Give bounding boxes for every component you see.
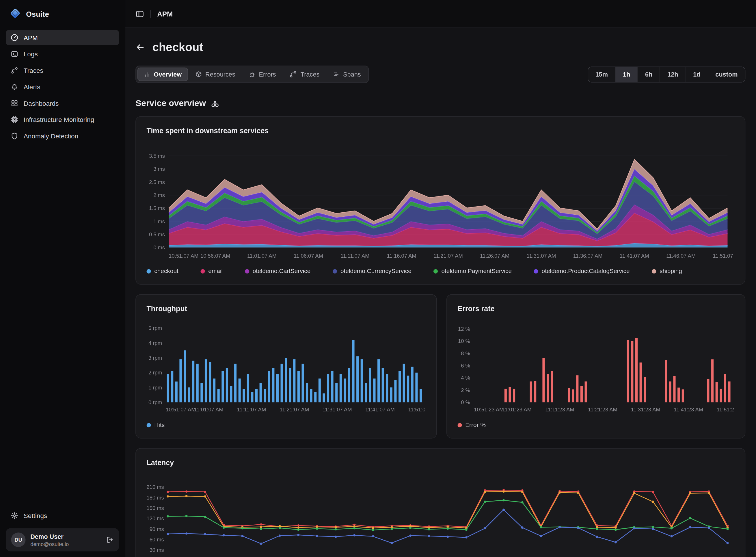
chart-throughput-svg: 0 rpm1 rpm2 rpm3 rpm4 rpm5 rpm10:51:07 A… — [147, 319, 426, 415]
downstream-legend: checkoutemailoteldemo.CartServiceoteldem… — [147, 268, 734, 274]
legend-label: oteldemo.CartService — [253, 268, 311, 274]
svg-text:11:51:07 AM: 11:51:07 AM — [408, 407, 426, 413]
downstream-title: Time spent in downstream services — [147, 126, 734, 134]
svg-text:150 ms: 150 ms — [147, 505, 164, 511]
sidebar-item-settings[interactable]: Settings — [6, 508, 119, 523]
topbar: APM — [125, 0, 756, 28]
svg-text:3 rpm: 3 rpm — [148, 355, 162, 361]
time-range-15m[interactable]: 15m — [588, 67, 615, 82]
svg-text:11:41:07 AM: 11:41:07 AM — [365, 407, 395, 413]
sidebar-item-logs[interactable]: Logs — [6, 46, 119, 62]
time-range-custom[interactable]: custom — [708, 67, 745, 82]
breadcrumb: APM — [157, 10, 173, 18]
time-range-6h[interactable]: 6h — [637, 67, 660, 82]
throughput-chart[interactable]: 0 rpm1 rpm2 rpm3 rpm4 rpm5 rpm10:51:07 A… — [147, 319, 426, 415]
legend-dot — [147, 269, 151, 273]
svg-text:4 %: 4 % — [461, 375, 470, 381]
svg-text:11:11:23 AM: 11:11:23 AM — [545, 407, 574, 413]
svg-text:11:01:07 AM: 11:01:07 AM — [194, 407, 223, 413]
tab-overview[interactable]: Overview — [138, 68, 188, 81]
time-range-1d[interactable]: 1d — [686, 67, 708, 82]
legend-item-oteldemo-currencyservice[interactable]: oteldemo.CurrencyService — [333, 268, 412, 274]
svg-text:2 ms: 2 ms — [153, 192, 165, 198]
legend-dot — [201, 269, 205, 273]
svg-text:0 rpm: 0 rpm — [148, 399, 162, 405]
sidebar-item-label: Alerts — [24, 83, 40, 90]
downstream-chart[interactable]: 0 ms0.5 ms1 ms1.5 ms2 ms2.5 ms3 ms3.5 ms… — [147, 141, 734, 261]
resources-icon — [195, 71, 202, 78]
logs-icon — [11, 50, 19, 58]
sidebar-item-alerts[interactable]: Alerts — [6, 79, 119, 94]
tab-errors[interactable]: Errors — [243, 68, 282, 81]
tab-label: Spans — [343, 71, 361, 78]
legend-dot — [434, 269, 438, 273]
legend-label: email — [208, 268, 223, 274]
svg-text:5 rpm: 5 rpm — [148, 325, 162, 331]
svg-text:2 rpm: 2 rpm — [148, 370, 162, 376]
sidebar-bottom: Settings DU Demo User demo@osuite.io — [0, 508, 125, 557]
legend-item-oteldemo-productcatalogservice[interactable]: oteldemo.ProductCatalogService — [534, 268, 630, 274]
avatar: DU — [11, 532, 25, 547]
tab-resources[interactable]: Resources — [189, 68, 241, 81]
bell-icon — [11, 83, 19, 91]
time-range-1h[interactable]: 1h — [615, 67, 637, 82]
latency-chart[interactable]: 30 ms60 ms90 ms120 ms150 ms180 ms210 ms — [147, 473, 734, 557]
panel-toggle-icon[interactable] — [135, 9, 144, 18]
shield-icon — [11, 132, 19, 140]
errors-chart[interactable]: 0 %2 %4 %6 %8 %10 %12 %10:51:23 AM11:01:… — [457, 319, 734, 415]
brand[interactable]: Osuite — [0, 0, 125, 28]
svg-text:10:56:07 AM: 10:56:07 AM — [201, 253, 230, 259]
svg-text:10:51:07 AM: 10:51:07 AM — [169, 253, 199, 259]
logout-icon[interactable] — [106, 536, 114, 544]
legend-dot — [245, 269, 249, 273]
legend-item-checkout[interactable]: checkout — [147, 268, 178, 274]
legend-item-error[interactable]: Error % — [457, 421, 485, 428]
svg-text:2.5 ms: 2.5 ms — [149, 179, 165, 185]
user-name: Demo User — [30, 533, 101, 540]
svg-text:11:01:07 AM: 11:01:07 AM — [247, 253, 277, 259]
tab-label: Resources — [205, 71, 235, 78]
chart-latency-svg: 30 ms60 ms90 ms120 ms150 ms180 ms210 ms — [147, 473, 734, 557]
time-range-12h[interactable]: 12h — [660, 67, 685, 82]
sidebar-item-traces[interactable]: Traces — [6, 63, 119, 78]
section-title: Service overview — [135, 98, 206, 109]
svg-text:11:41:23 AM: 11:41:23 AM — [674, 407, 703, 413]
svg-text:11:51:07 AM: 11:51:07 AM — [713, 253, 734, 259]
gear-icon — [11, 511, 19, 520]
svg-text:4 rpm: 4 rpm — [148, 340, 162, 346]
sidebar-item-label: Infrastructure Monitoring — [24, 116, 94, 123]
user-card[interactable]: DU Demo User demo@osuite.io — [6, 528, 119, 551]
sidebar-item-apm[interactable]: APM — [6, 30, 119, 46]
content: checkout OverviewResourcesErrorsTracesSp… — [125, 28, 756, 557]
section-head: Service overview — [135, 98, 745, 109]
sidebar-item-label: Dashboards — [24, 100, 59, 107]
sidebar-item-anomaly-detection[interactable]: Anomaly Detection — [6, 128, 119, 144]
svg-text:11:11:07 AM: 11:11:07 AM — [237, 407, 266, 413]
errors-card: Errors rate 0 %2 %4 %6 %8 %10 %12 %10:51… — [447, 294, 745, 438]
svg-text:12 %: 12 % — [458, 326, 470, 332]
svg-text:11:21:07 AM: 11:21:07 AM — [279, 407, 309, 413]
legend-item-shipping[interactable]: shipping — [652, 268, 682, 274]
svg-text:11:36:07 AM: 11:36:07 AM — [573, 253, 603, 259]
tab-spans[interactable]: Spans — [327, 68, 367, 81]
sidebar-item-infrastructure-monitoring[interactable]: Infrastructure Monitoring — [6, 112, 119, 127]
legend-item-hits[interactable]: Hits — [147, 421, 165, 428]
svg-text:6 %: 6 % — [461, 362, 470, 369]
legend-item-oteldemo-cartservice[interactable]: oteldemo.CartService — [245, 268, 310, 274]
back-button[interactable] — [135, 42, 145, 52]
sidebar-nav: APMLogsTracesAlertsDashboardsInfrastruct… — [0, 28, 125, 508]
svg-text:60 ms: 60 ms — [150, 536, 164, 543]
legend-label: oteldemo.CurrencyService — [340, 268, 412, 274]
svg-text:11:31:07 AM: 11:31:07 AM — [323, 407, 352, 413]
svg-text:90 ms: 90 ms — [150, 526, 164, 532]
legend-item-email[interactable]: email — [201, 268, 223, 274]
chart-downstream-svg: 0 ms0.5 ms1 ms1.5 ms2 ms2.5 ms3 ms3.5 ms… — [147, 141, 734, 261]
legend-item-oteldemo-paymentservice[interactable]: oteldemo.PaymentService — [434, 268, 512, 274]
legend-dot — [534, 269, 538, 273]
svg-text:1 ms: 1 ms — [153, 218, 165, 225]
binoculars-icon — [211, 99, 219, 108]
throughput-card: Throughput 0 rpm1 rpm2 rpm3 rpm4 rpm5 rp… — [135, 294, 437, 438]
controls-row: OverviewResourcesErrorsTracesSpans 15m1h… — [135, 66, 745, 83]
sidebar-item-dashboards[interactable]: Dashboards — [6, 96, 119, 111]
tab-traces[interactable]: Traces — [283, 68, 326, 81]
